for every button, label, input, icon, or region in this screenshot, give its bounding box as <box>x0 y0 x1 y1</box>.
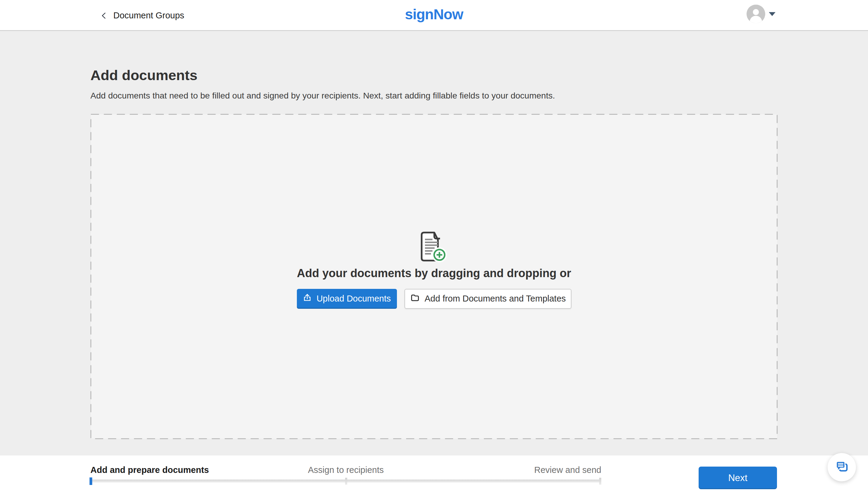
step-add-and-prepare[interactable]: Add and prepare documents <box>90 465 209 475</box>
support-chat-button[interactable] <box>828 453 856 481</box>
chevron-left-icon <box>99 11 109 20</box>
document-dropzone[interactable]: Add your documents by dragging and dropp… <box>90 114 778 439</box>
add-from-documents-label: Add from Documents and Templates <box>425 294 566 304</box>
page-subtitle: Add documents that need to be filled out… <box>90 91 555 101</box>
upload-tray-icon <box>302 293 312 305</box>
wizard-steps: Add and prepare documents Assign to reci… <box>90 455 601 494</box>
signnow-logo[interactable]: signNow <box>405 6 463 23</box>
progress-step2-marker <box>345 478 347 484</box>
add-from-documents-button[interactable]: Add from Documents and Templates <box>404 289 571 309</box>
header: Document Groups signNow <box>0 0 868 31</box>
upload-documents-label: Upload Documents <box>316 294 391 304</box>
back-to-document-groups-link[interactable]: Document Groups <box>99 0 184 31</box>
avatar-icon <box>746 4 765 23</box>
caret-down-icon <box>769 12 775 16</box>
step-assign-to-recipients[interactable]: Assign to recipients <box>308 465 384 475</box>
footer-wizard-bar: Add and prepare documents Assign to reci… <box>0 455 868 494</box>
back-link-label: Document Groups <box>113 11 184 20</box>
upload-documents-button[interactable]: Upload Documents <box>297 289 397 309</box>
progress-current-marker <box>90 477 92 485</box>
account-menu[interactable] <box>746 4 775 23</box>
chat-bubbles-icon <box>834 460 849 475</box>
dropzone-headline: Add your documents by dragging and dropp… <box>297 267 571 280</box>
folder-icon <box>410 292 420 305</box>
dropzone-buttons: Upload Documents Add from Documents and … <box>297 289 571 309</box>
progress-step3-marker <box>599 478 601 484</box>
next-button[interactable]: Next <box>699 467 777 489</box>
page-title: Add documents <box>90 67 198 83</box>
step-review-and-send[interactable]: Review and send <box>534 465 601 475</box>
dropzone-content: Add your documents by dragging and dropp… <box>90 114 778 439</box>
document-add-icon <box>420 231 448 264</box>
